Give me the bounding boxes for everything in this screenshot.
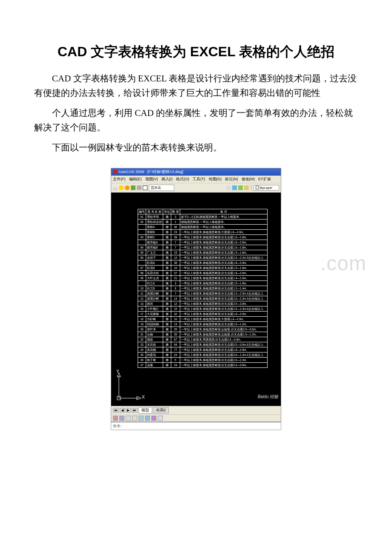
color-dropdown[interactable]: ByLayer — [254, 185, 279, 191]
table-row: 09大叶女贞株21一年以上移苗木,移植观赏树形,分支点规1.4—1.6m。 — [138, 275, 268, 280]
sun-icon[interactable] — [125, 185, 130, 190]
tab-nav-last[interactable]: ⏭ — [132, 408, 138, 413]
layers-icon[interactable] — [113, 185, 118, 190]
table-row: 13西府株12一年以上移苗木,移植观赏树形,分支点规2.5—2.8m。 — [138, 301, 268, 306]
osnap-icon[interactable] — [138, 416, 144, 421]
table-row: 21石楠株35一年以上移苗木,移植观赏树形,丛植规,分支点规1.0—1.2m。 — [138, 332, 268, 337]
layer-name: 苗木表 — [151, 185, 161, 190]
ortho-icon[interactable] — [126, 416, 131, 421]
menu-view[interactable]: 视图(V) — [145, 176, 158, 182]
dropdown-icon[interactable] — [226, 185, 231, 190]
menu-bar[interactable]: 文件(F) 编辑(E) 视图(V) 插入(I) 格式(O) 工具(T) 绘图(D… — [111, 176, 281, 183]
table-row: 香樟B株23一年以上移苗木,移植观赏树形,大苗规1.8—2.0m。 — [138, 229, 268, 234]
drawing-canvas[interactable]: 编号 苗 木 名 称 单位 数 量 备 注 01雪松半球株3多于2—3主枝,移植… — [111, 193, 281, 406]
menu-dim[interactable]: 标注(N) — [225, 176, 238, 182]
paragraph-2: 个人通过思考，利用 CAD 的坐标属性，发明了一套简单有效的办法，轻松就解决了这… — [34, 106, 358, 135]
table-row: 24黄花槐株77一年以上移苗木,移植观赏树形,分支点规1.8—2.0m。 — [138, 347, 268, 352]
color-swatch-small — [256, 186, 259, 189]
tab-nav-first[interactable]: ⏮ — [113, 408, 119, 413]
layout-tab-bar: ⏮ ◀ ▶ ⏭ 模型 布局2 — [111, 406, 281, 414]
page-watermark: .com — [320, 251, 366, 275]
polar-icon[interactable] — [132, 416, 137, 421]
menu-draw[interactable]: 绘图(D) — [209, 176, 222, 182]
table-row: 08乐昌含笑株37一年以上移苗木,移植观赏树形,分支点规1.8—2.0m。 — [138, 270, 268, 275]
menu-et[interactable]: ET扩展 — [258, 176, 271, 182]
table-row: 26柚子树株5一年以上移苗木,移植观赏树形,分支点规2.0—2.3m。 — [138, 357, 268, 362]
tool-icon-2[interactable] — [238, 185, 243, 190]
table-row: 05广玉兰株15一年以上移苗木,移植观赏树形,分支点规1.5—1.8m。 — [138, 250, 268, 255]
bylayer-label: ByLayer — [260, 186, 272, 190]
tool-icon-1[interactable] — [232, 185, 237, 190]
plot-icon[interactable] — [137, 185, 141, 190]
table-row: 04银杏植B株7一年以上移苗木,移植观赏树形,分支点规1.6—1.8m。 — [138, 245, 268, 250]
layer-dropdown[interactable]: 苗木表 — [149, 185, 174, 191]
dyn-icon[interactable] — [151, 416, 156, 421]
ucs-indicator: Y X — [115, 372, 141, 402]
table-row: 25鸡蛋花株24一年以上移苗木,移植观赏树形,分支点规0.8—1.2m,4主合植… — [138, 352, 268, 357]
col-remark: 备 注 — [180, 209, 267, 214]
tool-icon-3[interactable] — [244, 185, 249, 190]
page-title: CAD 文字表格转换为 EXCEL 表格的个人绝招 — [34, 43, 358, 61]
table-row: 11美国沙树株7一年以上移苗木,移植观赏树形,分支点规2.3—2.5m,4丛合植… — [138, 291, 268, 296]
table-row: 香樟A株36移植观赏树形,一年以上移植苗木。 — [138, 224, 268, 229]
table-row: 16小叶榄仁株19一年以上移苗木,移植观赏树形,分支点规2.0—2.3m,6丛合… — [138, 306, 268, 311]
app-icon — [113, 170, 117, 174]
table-row: 10白兰B株8一年以上移苗木,移植观赏树形,分支点规1.2—1.4m。 — [138, 286, 268, 291]
tab-nav-prev[interactable]: ◀ — [120, 408, 125, 413]
table-row: 银杏植A株7一年以上移苗木,移植观赏树形,分支点规1.8—2.0m。 — [138, 240, 268, 245]
table-row: 17大花紫薇株32一年以上移苗木,移植观赏树形,分支点规1.8—2.0m。 — [138, 311, 268, 316]
table-row: 22蒲葵株67一年以上移苗木,高贵观赏,分支点规0.6—0.8m。 — [138, 337, 268, 342]
grid-icon[interactable] — [119, 416, 124, 421]
paragraph-1: CAD 文字表格转换为 EXCEL 表格是设计行业内经常遇到的技术问题，过去没有… — [34, 72, 358, 100]
status-bar — [111, 414, 281, 422]
table-row: 03香樟C株38一年以上移苗木,移植观赏树形,分支点规1.6—1.8m。 — [138, 234, 268, 240]
toolbar: 苗木表 ByLayer — [111, 183, 281, 193]
table-row: 27龙眼株24一年以上移苗木,移植观赏树形,分支点规0.4—0.6m。 — [138, 362, 268, 367]
cad-text-table: 编号 苗 木 名 称 单位 数 量 备 注 01雪松半球株3多于2—3主枝,移植… — [138, 209, 268, 368]
table-row: 23宋后葵株94一年以上移苗木,移植观赏树形,分支点规0.5—0.6m,6主合植… — [138, 342, 268, 347]
baidu-watermark: Baidu 经验 — [258, 394, 278, 400]
menu-file[interactable]: 文件(F) — [113, 176, 126, 182]
tab-layout2[interactable]: 布局2 — [153, 407, 169, 413]
menu-modify[interactable]: 修改(M) — [242, 176, 255, 182]
table-row: 白兰A株3一年以上移苗木,移植观赏树形,分支点规1.5—1.8m。 — [138, 280, 268, 286]
color-swatch[interactable] — [143, 185, 147, 190]
snap-icon[interactable] — [113, 416, 118, 421]
otrack-icon[interactable] — [145, 416, 150, 421]
col-tree: 苗 木 名 称 — [146, 209, 163, 214]
lock-icon[interactable] — [131, 185, 135, 190]
table-row: 07桂花B株10一年以上移苗木,移植观赏树形,分支点规1.5—1.8m。 — [138, 265, 268, 270]
table-row: 桂花A株38一年以上移苗木,移植观赏树形,分支点规1.8—2.0m。 — [138, 260, 268, 265]
command-prompt: 命令: — [113, 424, 122, 428]
menu-insert[interactable]: 插入(I) — [161, 176, 173, 182]
table-row: 06金丝子株12一年以上移苗木,移植观赏树形,分支点规2.0—2.2m,5丛合植… — [138, 255, 268, 260]
menu-edit[interactable]: 编辑(E) — [129, 176, 142, 182]
table-row: 19鸡冠刺桐株13一年以上移苗木,移植观赏树形,分支点规1.0—1.2m。 — [138, 321, 268, 327]
lightbulb-icon[interactable] — [119, 185, 124, 190]
table-row: 12美国沙树株14一年以上移苗木,移植观赏树形,分支点规2.0—2.3m,4丛合… — [138, 296, 268, 301]
lwt-icon[interactable] — [158, 416, 163, 421]
tab-model[interactable]: 模型 — [138, 407, 152, 413]
col-num: 编号 — [138, 209, 146, 214]
col-qty: 数 量 — [171, 209, 180, 214]
ucs-y-label: Y — [116, 369, 119, 374]
table-row: 18冷杉树株10一年以上移苗木,移植观赏树形,大苗规1.8—2.0m。 — [138, 316, 268, 321]
table-row: 20黄叶木株25一年以上移苗木,移植观赏树形,丛植规,分支点规0.5—0.6m。 — [138, 327, 268, 332]
paragraph-3: 下面以一例园林专业的苗木表转换来说明。 — [34, 141, 358, 155]
tab-nav-next[interactable]: ▶ — [126, 408, 131, 413]
table-header-row: 编号 苗 木 名 称 单位 数 量 备 注 — [138, 209, 268, 214]
table-row: 02雪松或金丝株1移植观赏树形,一年以上移植苗木。 — [138, 219, 268, 224]
menu-format[interactable]: 格式(O) — [176, 176, 189, 182]
window-titlebar: AutoCAD 2008 - [F:\经验\图框A3.dwg] — [111, 168, 281, 176]
menu-tools[interactable]: 工具(T) — [193, 176, 205, 182]
window-title-text: AutoCAD 2008 - [F:\经验\图框A3.dwg] — [118, 169, 183, 175]
autocad-screenshot: AutoCAD 2008 - [F:\经验\图框A3.dwg] 文件(F) 编辑… — [111, 168, 281, 422]
ucs-x-label: X — [142, 395, 145, 399]
table-row: 01雪松半球株3多于2—3主枝,移植观赏树形,一年以上根苗木。 — [138, 214, 268, 219]
command-line[interactable]: 命令: — [111, 422, 281, 430]
col-unit: 单位 — [163, 209, 171, 214]
